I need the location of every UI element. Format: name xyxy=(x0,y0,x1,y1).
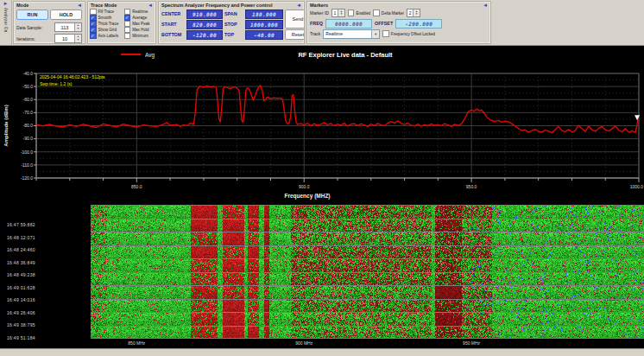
checkbox-box xyxy=(124,9,131,15)
y-tick-label: -120.0 xyxy=(21,175,33,181)
track-dropdown[interactable]: Realtime ▼ xyxy=(323,29,380,39)
checkbox-box xyxy=(90,9,97,15)
checkbox-box xyxy=(382,30,389,37)
spectrum-chart-svg: -40.0-50.0-60.0-70.0-80.0-90.0-100.0-110… xyxy=(0,46,644,203)
y-tick-label: -60.0 xyxy=(23,97,34,102)
checkbox-label: Average xyxy=(132,16,147,20)
legend-label: Avg xyxy=(145,52,155,59)
checkbox-minimum[interactable]: Minimum xyxy=(124,33,154,39)
marker-id-stepper[interactable]: 1 ▲▼ xyxy=(331,9,345,17)
center-freq-field[interactable]: 910.000 xyxy=(186,10,223,19)
stepper-arrows-icon[interactable]: ▲▼ xyxy=(338,10,344,16)
waterfall-time-axis: 16:47 59:88216:48 12:07116:48 24:46016:4… xyxy=(7,203,88,341)
x-axis-title: Frequency (MHZ) xyxy=(284,193,330,200)
marker-freq-field[interactable]: 0000.000 xyxy=(325,19,372,29)
checkbox-box xyxy=(90,15,97,21)
checkbox-label: Thick Trace xyxy=(98,22,119,26)
run-button[interactable]: RUN xyxy=(16,10,48,20)
span-freq-field[interactable]: 180.000 xyxy=(245,10,283,19)
waterfall-time-label: 16:49 51:184 xyxy=(7,335,35,340)
stepper-arrows-icon[interactable]: ▲▼ xyxy=(74,23,81,31)
checkbox-label: Fill Trace xyxy=(98,10,115,14)
hold-button[interactable]: HOLD xyxy=(50,10,82,20)
waterfall-time-label: 16:47 59:882 xyxy=(7,222,35,227)
data-sample-stepper[interactable]: 113 ▲▼ xyxy=(54,22,82,32)
stepper-arrows-icon[interactable]: ▲▼ xyxy=(74,35,81,42)
checkbox-thick-trace[interactable]: Thick Trace xyxy=(90,21,123,27)
start-freq-field[interactable]: 820.000 xyxy=(186,20,223,29)
y-tick-label: -50.0 xyxy=(23,84,34,89)
delta-marker-stepper[interactable]: 2 ▲▼ xyxy=(407,9,420,17)
checkbox-max-hold[interactable]: Max Hold xyxy=(124,27,154,33)
x-tick-label: 900.0 xyxy=(299,184,310,189)
waterfall-freq-label: 900 MHz xyxy=(295,340,313,346)
bottom-status-bar xyxy=(0,348,644,356)
waterfall-time-label: 16:49 26:406 xyxy=(7,310,35,315)
collapse-arrow-icon[interactable]: ◄ xyxy=(77,3,82,8)
trace-mode-title: Trace Mode xyxy=(91,3,117,8)
stop-label: STOP xyxy=(224,22,243,27)
checkbox-box xyxy=(124,15,131,21)
y-tick-label: -40.0 xyxy=(23,71,34,76)
expand-panel-arrow-icon[interactable]: ► xyxy=(3,1,9,6)
waterfall-time-label: 16:49 01:628 xyxy=(7,285,35,290)
waterfall-freq-label: 950 MHz xyxy=(463,340,480,346)
spectrum-control-panel: Spectrum Analyzer Frequency and Power co… xyxy=(158,1,305,44)
waterfall-canvas xyxy=(91,205,644,339)
freq-offset-locked-checkbox[interactable]: Frequency Offset Locked xyxy=(382,30,435,37)
checkbox-label: Minimum xyxy=(132,34,148,38)
rf-explorer-window: ► Analyzer On Mode ◄ RUN HOLD Data Sampl… xyxy=(0,0,644,356)
freq-offset-locked-label: Frequency Offset Locked xyxy=(391,32,435,36)
marker-enabled-checkbox[interactable]: Enabled xyxy=(348,10,370,16)
start-label: START xyxy=(161,22,185,27)
sweep-time-annotation: Swp time: 1.2 (s) xyxy=(40,81,73,86)
center-label: CENTER xyxy=(161,11,185,16)
top-amp-field[interactable]: -40.00 xyxy=(245,30,283,40)
x-tick-label: 950.0 xyxy=(466,184,477,189)
waterfall-time-label: 16:48 12:071 xyxy=(7,235,35,240)
waterfall-time-label: 16:48 49:238 xyxy=(7,272,35,277)
collapse-arrow-icon[interactable]: ◄ xyxy=(483,3,488,8)
mode-panel: Mode ◄ RUN HOLD Data Sample: 113 ▲▼ Iter… xyxy=(13,1,85,44)
data-sample-label: Data Sample: xyxy=(16,25,42,30)
checkbox-box xyxy=(124,21,131,27)
bottom-label: BOTTOM xyxy=(161,32,185,37)
spectrum-panel-title: Spectrum Analyzer Frequency and Power co… xyxy=(161,3,272,8)
checkbox-box xyxy=(348,10,355,16)
analyzer-side-tab[interactable]: ► Analyzer On xyxy=(0,0,12,45)
y-tick-label: -100.0 xyxy=(21,149,33,155)
markers-panel: Markers ◄ Marker ID 1 ▲▼ Enabled Delta M… xyxy=(306,1,491,44)
iterations-label: Iterations: xyxy=(16,36,35,41)
stepper-arrows-icon[interactable]: ▲▼ xyxy=(413,10,420,16)
reset-button[interactable]: Reset xyxy=(285,29,305,40)
checkbox-average[interactable]: Average xyxy=(124,15,154,21)
bottom-amp-field[interactable]: -120.00 xyxy=(186,30,223,40)
checkbox-max-peak[interactable]: Max Peak xyxy=(124,21,154,27)
collapse-arrow-icon[interactable]: ◄ xyxy=(296,3,301,8)
checkbox-fill-trace[interactable]: Fill Trace xyxy=(90,9,123,15)
delta-marker-checkbox[interactable]: Delta Marker xyxy=(373,10,404,16)
y-tick-label: -110.0 xyxy=(21,162,33,168)
waterfall-freq-label: 850 MHz xyxy=(128,340,145,346)
chart-title: RF Explorer Live data - Default xyxy=(298,51,393,59)
checkbox-label: Show Grid xyxy=(98,28,117,32)
marker-offset-field[interactable]: -200.000 xyxy=(395,19,442,29)
checkbox-realtime[interactable]: Realtime xyxy=(124,9,154,15)
markers-panel-title: Markers xyxy=(310,3,328,8)
checkbox-show-grid[interactable]: Show Grid xyxy=(90,27,123,33)
send-button[interactable]: Send xyxy=(285,10,305,29)
sweep-annotation: 2025-04-04 16:46:02.423 - 512pts xyxy=(40,74,105,79)
y-tick-label: -90.0 xyxy=(23,136,34,141)
trace-mode-checkboxes: Fill TraceSmoothThick TraceShow GridAxis… xyxy=(88,8,155,40)
marker-id-label: Marker ID xyxy=(310,10,329,16)
iterations-stepper[interactable]: 10 ▲▼ xyxy=(54,34,82,43)
data-sample-value: 113 xyxy=(55,25,74,30)
waterfall-time-label: 16:48 36:849 xyxy=(7,260,35,265)
stop-freq-field[interactable]: 1000.000 xyxy=(245,20,283,29)
checkbox-axis-labels[interactable]: Axis Labels xyxy=(90,33,123,39)
x-tick-label: 1000.0 xyxy=(630,184,644,189)
collapse-arrow-icon[interactable]: ◄ xyxy=(148,3,153,8)
checkbox-smooth[interactable]: Smooth xyxy=(90,15,123,21)
x-tick-label: 850.0 xyxy=(131,184,142,189)
track-label: Track xyxy=(310,31,320,36)
